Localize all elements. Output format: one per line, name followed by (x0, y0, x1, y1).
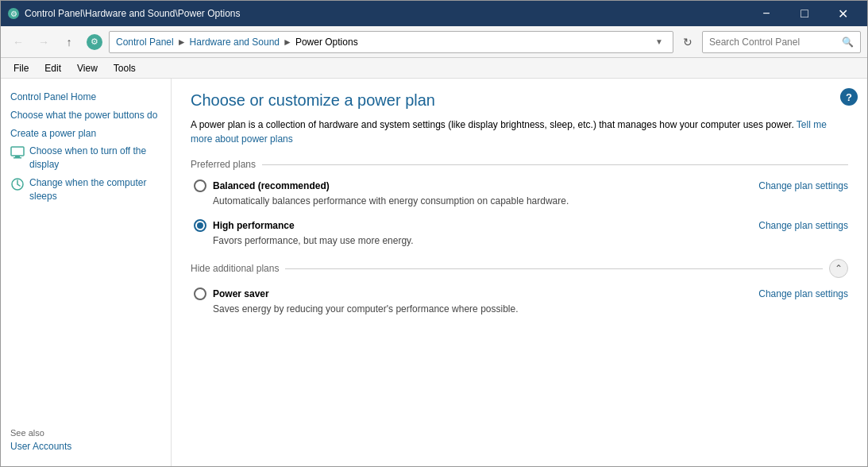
menu-edit[interactable]: Edit (38, 61, 68, 75)
display-icon (10, 145, 25, 160)
menu-file[interactable]: File (7, 61, 35, 75)
back-button[interactable]: ← (7, 31, 29, 53)
refresh-button[interactable]: ↻ (677, 31, 699, 53)
plan-power-saver: Power saver Change plan settings Saves e… (191, 288, 848, 315)
main-content: Control Panel Home Choose what the power… (1, 79, 867, 466)
content-area: ? Choose or customize a power plan A pow… (172, 79, 867, 466)
sidebar-when-sleeps[interactable]: Change when the computer sleeps (1, 174, 171, 206)
change-high-link[interactable]: Change plan settings (758, 220, 848, 231)
window: ⚙ Control Panel\Hardware and Sound\Power… (0, 0, 868, 467)
location-icon: ⚙ (87, 34, 102, 50)
title-bar: ⚙ Control Panel\Hardware and Sound\Power… (1, 1, 867, 26)
up-button[interactable]: ↑ (58, 31, 80, 53)
maximize-button[interactable]: □ (786, 1, 823, 26)
plan-high-name: High performance (213, 220, 295, 231)
radio-power-saver[interactable] (194, 288, 206, 300)
plan-saver-desc: Saves energy by reducing your computer's… (213, 303, 848, 315)
sidebar: Control Panel Home Choose what the power… (1, 79, 172, 466)
close-button[interactable]: ✕ (824, 1, 861, 26)
plan-high-header: High performance Change plan settings (194, 219, 848, 232)
sleep-icon (10, 177, 25, 191)
see-also-section: See also User Accounts (1, 428, 171, 452)
radio-balanced[interactable] (194, 179, 206, 192)
breadcrumb-sep-2: ► (283, 37, 292, 48)
breadcrumb: Control Panel ► Hardware and Sound ► Pow… (109, 31, 673, 53)
sidebar-create-plan[interactable]: Create a power plan (1, 125, 171, 143)
sidebar-turn-off-display[interactable]: Choose when to turn off the display (1, 142, 171, 174)
plan-balanced-header: Balanced (recommended) Change plan setti… (194, 179, 848, 192)
sidebar-link-label: Create a power plan (10, 127, 96, 141)
breadcrumb-dropdown-button[interactable]: ▼ (652, 35, 666, 49)
svg-rect-3 (15, 156, 20, 157)
plan-balanced-name: Balanced (recommended) (213, 180, 330, 191)
change-saver-link[interactable]: Change plan settings (758, 288, 848, 299)
preferred-plans-header: Preferred plans (191, 159, 848, 170)
window-title: Control Panel\Hardware and Sound\Power O… (25, 8, 748, 19)
svg-text:⚙: ⚙ (10, 10, 17, 18)
hide-plans-label: Hide additional plans (191, 263, 279, 274)
sidebar-link-label: Change when the computer sleeps (29, 176, 161, 203)
page-description: A power plan is a collection of hardware… (191, 118, 848, 146)
preferred-plans-label: Preferred plans (191, 159, 256, 170)
menu-tools[interactable]: Tools (107, 61, 142, 75)
change-balanced-link[interactable]: Change plan settings (758, 180, 848, 191)
preferred-plans-line (262, 164, 848, 165)
address-bar: ← → ↑ ⚙ Control Panel ► Hardware and Sou… (1, 26, 867, 58)
breadcrumb-home[interactable]: Control Panel (116, 37, 174, 48)
see-also-title: See also (10, 428, 161, 438)
search-icon: 🔍 (842, 37, 854, 48)
search-box: 🔍 (702, 31, 861, 53)
page-title: Choose or customize a power plan (191, 91, 848, 110)
plan-balanced-desc: Automatically balances performance with … (213, 195, 848, 206)
breadcrumb-section[interactable]: Hardware and Sound (190, 37, 280, 48)
help-button[interactable]: ? (840, 88, 858, 106)
menu-bar: File Edit View Tools (1, 58, 867, 79)
plan-high-performance: High performance Change plan settings Fa… (191, 219, 848, 246)
sidebar-link-label: Choose when to turn off the display (29, 145, 161, 172)
plan-balanced-left: Balanced (recommended) (194, 179, 330, 192)
plan-high-desc: Favors performance, but may use more ene… (213, 235, 848, 246)
svg-rect-2 (11, 147, 24, 156)
menu-view[interactable]: View (71, 61, 104, 75)
window-icon: ⚙ (7, 7, 20, 20)
svg-rect-4 (14, 157, 21, 159)
minimize-button[interactable]: − (748, 1, 785, 26)
sidebar-power-buttons[interactable]: Choose what the power buttons do (1, 106, 171, 125)
plan-saver-name: Power saver (213, 288, 269, 299)
forward-button[interactable]: → (33, 31, 55, 53)
hide-plans-toggle[interactable]: ⌃ (829, 259, 848, 278)
plan-saver-left: Power saver (194, 288, 269, 300)
sidebar-control-panel-home[interactable]: Control Panel Home (1, 88, 171, 106)
plan-balanced: Balanced (recommended) Change plan setti… (191, 179, 848, 206)
see-also-user-accounts[interactable]: User Accounts (10, 441, 161, 452)
search-input[interactable] (709, 37, 839, 48)
sidebar-link-label: Control Panel Home (10, 91, 96, 104)
plan-saver-header: Power saver Change plan settings (194, 288, 848, 300)
window-controls: − □ ✕ (748, 1, 861, 26)
hide-plans-line (285, 268, 823, 269)
hide-plans-header: Hide additional plans ⌃ (191, 259, 848, 278)
breadcrumb-current: Power Options (295, 37, 358, 48)
plan-high-left: High performance (194, 219, 295, 232)
radio-high-performance[interactable] (194, 219, 206, 232)
breadcrumb-sep-1: ► (177, 37, 187, 48)
sidebar-link-label: Choose what the power buttons do (10, 109, 157, 122)
